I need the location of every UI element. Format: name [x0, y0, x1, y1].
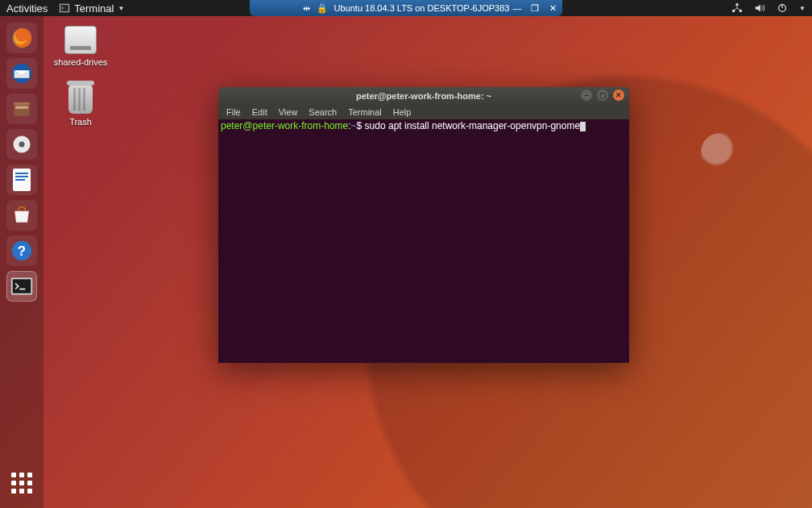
terminal-icon — [59, 2, 70, 14]
svg-rect-17 — [15, 179, 25, 181]
app-menu[interactable]: Terminal ▼ — [59, 2, 124, 15]
prompt-dollar: $ — [357, 120, 365, 131]
vm-title: Ubuntu 18.04.3 LTS on DESKTOP-6JOP383 — [334, 3, 510, 13]
svg-text:?: ? — [18, 244, 26, 259]
svg-rect-15 — [15, 173, 28, 174]
network-icon[interactable] — [731, 2, 743, 14]
vm-connection-bar: ⇹ 🔒 Ubuntu 18.04.3 LTS on DESKTOP-6JOP38… — [250, 0, 562, 16]
menu-file[interactable]: File — [226, 107, 241, 117]
dock-software[interactable] — [6, 200, 37, 231]
volume-icon[interactable] — [754, 2, 765, 14]
dock-writer[interactable] — [6, 164, 37, 195]
apps-grid-icon — [11, 473, 32, 493]
desktop-icon-label: Trash — [52, 117, 109, 127]
dock-terminal[interactable] — [6, 271, 37, 302]
app-menu-label: Terminal — [74, 2, 114, 15]
command-text: sudo apt install network-manager-openvpn… — [365, 120, 581, 131]
menu-search[interactable]: Search — [309, 107, 337, 117]
terminal-body[interactable]: peter@peter-work-from-home:~$ sudo apt i… — [218, 119, 629, 363]
terminal-icon — [10, 277, 33, 296]
music-icon — [10, 133, 33, 156]
dock-files[interactable] — [6, 94, 37, 124]
dock: ? — [0, 16, 44, 508]
terminal-titlebar[interactable]: peter@peter-work-from-home: ~ – ▢ ✕ — [218, 87, 629, 105]
svg-point-13 — [19, 142, 25, 148]
window-minimize-button[interactable]: – — [581, 90, 592, 101]
text-cursor — [580, 122, 586, 131]
svg-rect-16 — [15, 176, 28, 177]
restore-button[interactable]: ❐ — [530, 3, 540, 13]
show-applications-button[interactable] — [6, 468, 37, 498]
svg-rect-1 — [60, 5, 69, 12]
desktop-icon-shared-drives[interactable]: shared-drives — [52, 26, 109, 67]
dock-rhythmbox[interactable] — [6, 129, 37, 160]
terminal-menubar: File Edit View Search Terminal Help — [218, 105, 629, 119]
trash-icon — [68, 85, 93, 114]
activities-button[interactable]: Activities — [6, 2, 48, 15]
desktop-icon-label: shared-drives — [52, 57, 109, 67]
dock-firefox[interactable] — [6, 23, 37, 53]
desktop-icon-trash[interactable]: Trash — [52, 85, 109, 127]
power-icon[interactable] — [777, 2, 788, 14]
dock-thunderbird[interactable] — [6, 58, 37, 89]
close-button[interactable]: ✕ — [548, 3, 557, 13]
svg-rect-11 — [14, 102, 29, 105]
dock-help[interactable]: ? — [6, 235, 37, 266]
window-maximize-button[interactable]: ▢ — [597, 90, 608, 101]
menu-view[interactable]: View — [279, 107, 298, 117]
lock-icon: 🔒 — [317, 3, 328, 14]
shopping-bag-icon — [10, 204, 33, 227]
chevron-down-icon[interactable]: ▼ — [799, 5, 806, 12]
wallpaper-beaver-eye — [701, 133, 740, 172]
menu-edit[interactable]: Edit — [252, 107, 267, 117]
firefox-icon — [10, 26, 34, 50]
drive-icon — [64, 26, 97, 54]
menu-help[interactable]: Help — [393, 107, 412, 117]
terminal-title-text: peter@peter-work-from-home: ~ — [356, 91, 491, 101]
pin-icon[interactable]: ⇹ — [303, 3, 310, 14]
prompt-user: peter@peter-work-from-home — [221, 120, 348, 131]
window-close-button[interactable]: ✕ — [613, 90, 624, 101]
chevron-down-icon: ▼ — [118, 5, 124, 12]
files-icon — [10, 98, 33, 120]
prompt-path: ~ — [351, 120, 357, 131]
document-icon — [11, 168, 32, 192]
menu-terminal[interactable]: Terminal — [348, 107, 382, 117]
svg-rect-10 — [15, 106, 28, 110]
svg-point-2 — [735, 3, 739, 6]
thunderbird-icon — [10, 61, 34, 85]
minimize-button[interactable]: — — [512, 3, 522, 13]
svg-rect-21 — [13, 279, 31, 294]
terminal-window: peter@peter-work-from-home: ~ – ▢ ✕ File… — [218, 87, 629, 363]
help-icon: ? — [10, 239, 34, 263]
